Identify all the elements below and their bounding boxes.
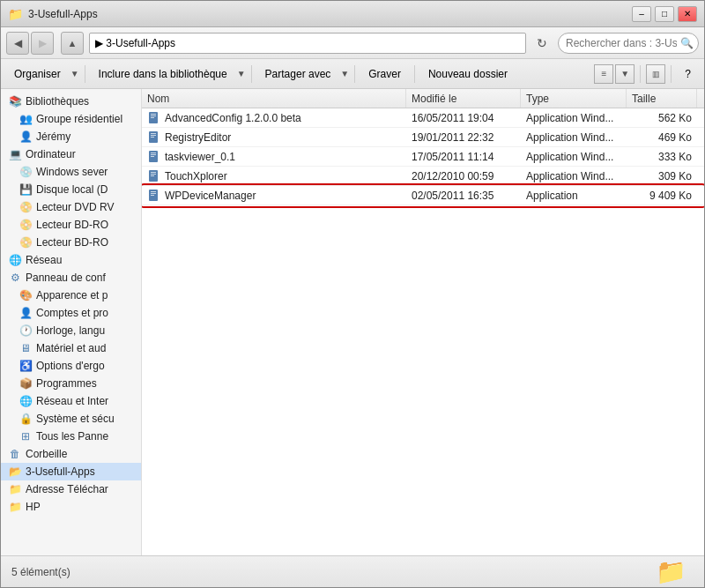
sidebar-label-windows-server: Windows sever <box>36 166 108 178</box>
bottom-area: 📁 <box>656 557 694 586</box>
col-header-name[interactable]: Nom <box>142 89 406 108</box>
file-name-cell: taskviewer_0.1 <box>142 147 406 166</box>
sidebar-item-disque-local[interactable]: 💾 Disque local (D <box>1 181 141 198</box>
svg-rect-6 <box>151 135 156 136</box>
minimize-button[interactable]: – <box>632 6 651 22</box>
search-input[interactable] <box>558 33 699 54</box>
sidebar-item-windows-server[interactable]: 💿 Windows sever <box>1 163 141 181</box>
file-date-1: 19/01/2011 22:32 <box>406 128 521 146</box>
sidebar-item-lecteur-bd2[interactable]: 📀 Lecteur BD-RO <box>1 234 141 251</box>
svg-rect-17 <box>151 191 156 192</box>
close-button[interactable]: ✕ <box>678 6 697 22</box>
table-row-highlighted[interactable]: WPDeviceManager 02/05/2011 16:35 Applica… <box>142 186 704 205</box>
up-button[interactable]: ▲ <box>61 32 84 55</box>
folder-icon-hp: 📁 <box>8 500 22 514</box>
col-header-date[interactable]: Modifié le <box>406 89 521 108</box>
preview-pane-button[interactable]: ▥ <box>646 64 665 84</box>
back-button[interactable]: ◀ <box>6 32 29 55</box>
file-list-body: AdvancedConfig 1.2.0.0 beta 16/05/2011 1… <box>142 108 704 555</box>
sidebar-item-corbeille[interactable]: 🗑 Corbeille <box>1 445 141 463</box>
title-bar-left: 📁 3-Usefull-Apps <box>8 7 98 21</box>
sidebar: 📚 Bibliothèques 👥 Groupe résidentiel 👤 J… <box>1 89 142 555</box>
svg-rect-11 <box>151 156 154 157</box>
toolbar: Organiser ▼ Inclure dans la bibliothèque… <box>1 59 704 89</box>
breadcrumb[interactable]: ▶ 3-Usefull-Apps <box>89 33 526 54</box>
sidebar-item-bibliotheques[interactable]: 📚 Bibliothèques <box>1 93 141 110</box>
group-icon: 👥 <box>19 112 33 126</box>
sidebar-item-options-ergo[interactable]: ♿ Options d'ergo <box>1 357 141 375</box>
col-header-type[interactable]: Type <box>521 89 627 108</box>
sidebar-item-reseau-intern[interactable]: 🌐 Réseau et Inter <box>1 392 141 410</box>
sidebar-label-corbeille: Corbeille <box>26 448 67 460</box>
appearance-icon: 🎨 <box>19 288 33 302</box>
address-bar: ◀ ▶ ▲ ▶ 3-Usefull-Apps ↻ 🔍 <box>1 27 704 59</box>
sidebar-item-jeremy[interactable]: 👤 Jérémy <box>1 128 141 145</box>
sidebar-item-hp[interactable]: 📁 HP <box>1 498 141 516</box>
table-row[interactable]: RegistryEditor 19/01/2011 22:32 Applicat… <box>142 128 704 147</box>
accessibility-icon: ♿ <box>19 359 33 373</box>
help-button[interactable]: ? <box>677 63 699 86</box>
search-icon: 🔍 <box>680 37 694 49</box>
sidebar-label-systeme-secu: Système et sécu <box>36 413 115 425</box>
sidebar-label-materiel: Matériel et aud <box>36 342 106 354</box>
new-folder-button[interactable]: Nouveau dossier <box>420 63 516 86</box>
sidebar-item-reseau[interactable]: 🌐 Réseau <box>1 251 141 269</box>
col-header-size[interactable]: Taille <box>627 89 697 108</box>
view-list-button[interactable]: ≡ <box>594 64 613 84</box>
file-name-4: WPDeviceManager <box>165 190 256 202</box>
exe-icon <box>147 150 161 164</box>
active-folder-icon: 📂 <box>8 465 22 479</box>
svg-rect-5 <box>151 133 156 134</box>
sidebar-label-adresse-telecharg: Adresse Téléchar <box>26 483 108 495</box>
programs-icon: 📦 <box>19 376 33 391</box>
file-date-2: 17/05/2011 11:14 <box>406 147 521 166</box>
allpanels-icon: ⊞ <box>19 429 33 443</box>
content-area: 📚 Bibliothèques 👥 Groupe résidentiel 👤 J… <box>1 89 704 555</box>
sidebar-item-3-usefull-apps[interactable]: 📂 3-Usefull-Apps <box>1 463 141 480</box>
svg-rect-10 <box>151 154 156 155</box>
sidebar-item-lecteur-dvd[interactable]: 📀 Lecteur DVD RV <box>1 198 141 216</box>
file-type-1: Application Wind... <box>521 128 627 146</box>
sidebar-item-adresse-telecharg[interactable]: 📁 Adresse Téléchar <box>1 480 141 498</box>
share-button[interactable]: Partager avec <box>257 63 339 86</box>
sidebar-item-systeme-secu[interactable]: 🔒 Système et sécu <box>1 410 141 428</box>
sidebar-label-ordinateur: Ordinateur <box>26 148 76 160</box>
table-row[interactable]: AdvancedConfig 1.2.0.0 beta 16/05/2011 1… <box>142 108 704 128</box>
burn-button[interactable]: Graver <box>360 63 409 86</box>
toolbar-separator-4 <box>414 65 415 83</box>
file-date-4: 02/05/2011 16:35 <box>406 186 521 205</box>
exe-icon <box>147 189 161 203</box>
sidebar-item-groupe[interactable]: 👥 Groupe résidentiel <box>1 110 141 128</box>
sidebar-label-panneau: Panneau de conf <box>26 272 106 284</box>
sidebar-label-horloge: Horloge, langu <box>36 324 105 337</box>
refresh-button[interactable]: ↻ <box>531 33 553 54</box>
sidebar-label-lecteur-dvd: Lecteur DVD RV <box>36 201 114 213</box>
item-count: 5 élément(s) <box>11 566 70 578</box>
computer-icon: 💻 <box>8 147 22 161</box>
sidebar-item-apparence[interactable]: 🎨 Apparence et p <box>1 287 141 304</box>
table-row[interactable]: taskviewer_0.1 17/05/2011 11:14 Applicat… <box>142 147 704 167</box>
sidebar-item-comptes[interactable]: 👤 Comptes et pro <box>1 304 141 322</box>
sidebar-item-materiel[interactable]: 🖥 Matériel et aud <box>1 339 141 357</box>
sidebar-label-reseau-intern: Réseau et Inter <box>36 395 108 407</box>
organize-button[interactable]: Organiser <box>6 63 69 86</box>
sidebar-item-tous-panneaux[interactable]: ⊞ Tous les Panne <box>1 428 141 445</box>
file-date-0: 16/05/2011 19:04 <box>406 108 521 127</box>
network2-icon: 🌐 <box>19 394 33 408</box>
svg-rect-18 <box>151 193 156 194</box>
sidebar-label-reseau: Réseau <box>26 254 62 266</box>
view-dropdown-button[interactable]: ▼ <box>615 64 634 84</box>
forward-button[interactable]: ▶ <box>31 32 54 55</box>
sidebar-item-programmes[interactable]: 📦 Programmes <box>1 375 141 392</box>
maximize-button[interactable]: □ <box>655 6 674 22</box>
sidebar-item-ordinateur[interactable]: 💻 Ordinateur <box>1 145 141 163</box>
table-row[interactable]: TouchXplorer 20/12/2010 00:59 Applicatio… <box>142 167 704 186</box>
sidebar-item-panneau[interactable]: ⚙ Panneau de conf <box>1 269 141 287</box>
sidebar-label-tous-panneaux: Tous les Panne <box>36 430 108 443</box>
sidebar-item-horloge[interactable]: 🕐 Horloge, langu <box>1 322 141 339</box>
include-button[interactable]: Inclure dans la bibliothèque <box>91 63 235 86</box>
sidebar-item-lecteur-bd1[interactable]: 📀 Lecteur BD-RO <box>1 216 141 234</box>
accounts-icon: 👤 <box>19 306 33 320</box>
file-list-area: Nom Modifié le Type Taille <box>142 89 704 555</box>
exe-icon <box>147 169 161 183</box>
